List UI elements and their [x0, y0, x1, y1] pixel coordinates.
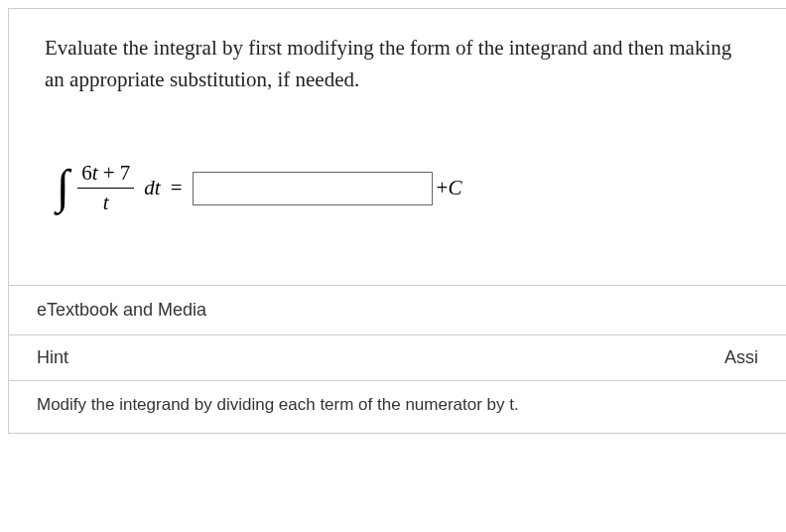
- question-prompt: Evaluate the integral by first modifying…: [9, 9, 786, 111]
- integrand-fraction: 6t + 7 t: [77, 161, 134, 215]
- plus-constant: +C: [437, 176, 462, 200]
- differential: dt: [144, 176, 160, 200]
- hint-content: Modify the integrand by dividing each te…: [9, 380, 786, 433]
- differential-var: t: [155, 176, 161, 200]
- equals-sign: =: [171, 176, 183, 200]
- fraction-denominator: t: [99, 189, 113, 215]
- etextbook-media-label: eTextbook and Media: [37, 300, 206, 321]
- answer-input[interactable]: [193, 172, 433, 205]
- integral-sign-icon: ∫: [57, 163, 69, 210]
- hint-row[interactable]: Hint Assi: [9, 334, 786, 380]
- etextbook-media-row[interactable]: eTextbook and Media: [9, 285, 786, 334]
- num-coeff: 6: [81, 161, 92, 185]
- plus-sign: +: [437, 176, 449, 200]
- differential-d: d: [144, 176, 155, 200]
- constant-c: C: [448, 176, 461, 200]
- hint-label: Hint: [37, 347, 68, 368]
- question-container: Evaluate the integral by first modifying…: [8, 8, 786, 434]
- fraction-numerator: 6t + 7: [77, 161, 134, 189]
- num-rest: + 7: [98, 161, 131, 185]
- assistance-label: Assi: [724, 347, 758, 368]
- integral-expression: ∫ 6t + 7 t dt = +C: [9, 111, 786, 285]
